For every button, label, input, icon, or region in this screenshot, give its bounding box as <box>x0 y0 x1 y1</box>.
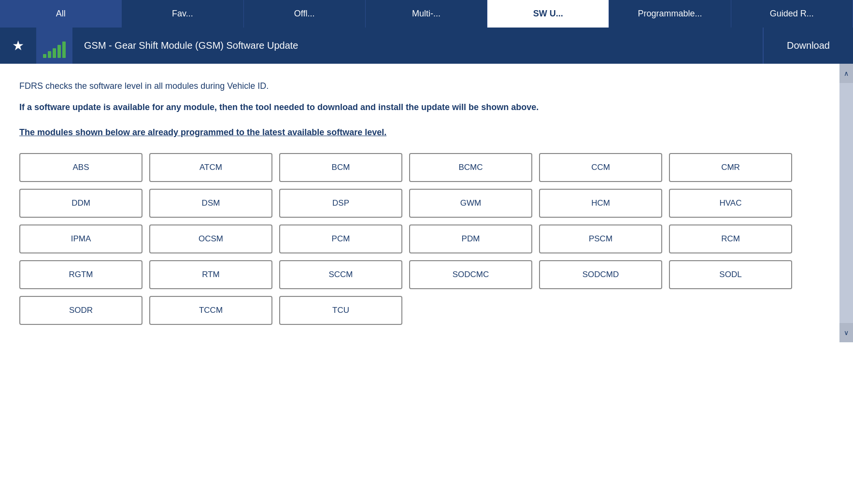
signal-bars-icon <box>43 41 66 58</box>
signal-bar <box>48 51 51 58</box>
header-row: ★ GSM - Gear Shift Module (GSM) Software… <box>0 28 853 64</box>
module-box-pscm[interactable]: PSCM <box>539 224 662 253</box>
scrollbar-track: ∧ ∨ <box>839 64 853 342</box>
content-area: FDRS checks the software level in all mo… <box>0 64 839 342</box>
module-box-sodr[interactable]: SODR <box>19 296 142 325</box>
module-box-atcm[interactable]: ATCM <box>149 153 272 182</box>
tab-programmable[interactable]: Programmable... <box>609 0 731 28</box>
download-button[interactable]: Download <box>763 28 853 64</box>
tab-guidedr[interactable]: Guided R... <box>731 0 853 28</box>
tab-multi[interactable]: Multi-... <box>366 0 487 28</box>
module-box-ccm[interactable]: CCM <box>539 153 662 182</box>
scroll-down-button[interactable]: ∨ <box>839 323 853 342</box>
module-box-bcmc[interactable]: BCMC <box>409 153 532 182</box>
tab-offl[interactable]: Offl... <box>244 0 366 28</box>
module-box-dsm[interactable]: DSM <box>149 189 272 218</box>
module-box-sodcmd[interactable]: SODCMD <box>539 260 662 289</box>
module-box-bcm[interactable]: BCM <box>279 153 402 182</box>
signal-bar <box>43 54 46 58</box>
module-box-sodl[interactable]: SODL <box>669 260 792 289</box>
star-icon: ★ <box>12 38 24 54</box>
module-box-hvac[interactable]: HVAC <box>669 189 792 218</box>
module-box-pcm[interactable]: PCM <box>279 224 402 253</box>
scroll-thumb <box>839 83 853 323</box>
signal-bar <box>57 45 61 58</box>
module-box-pdm[interactable]: PDM <box>409 224 532 253</box>
signal-bar <box>62 42 66 58</box>
tab-all[interactable]: All <box>0 0 122 28</box>
module-box-abs[interactable]: ABS <box>19 153 142 182</box>
signal-bar <box>53 48 56 58</box>
tabs-bar: AllFav...Offl...Multi-...SW U...Programm… <box>0 0 853 28</box>
header-title: GSM - Gear Shift Module (GSM) Software U… <box>72 40 763 51</box>
star-button[interactable]: ★ <box>0 28 36 64</box>
modules-grid: ABSATCMBCMBCMCCCMCMRDDMDSMDSPGWMHCMHVACI… <box>19 153 792 325</box>
module-box-dsp[interactable]: DSP <box>279 189 402 218</box>
tab-fav[interactable]: Fav... <box>122 0 243 28</box>
module-box-tcu[interactable]: TCU <box>279 296 402 325</box>
scroll-up-button[interactable]: ∧ <box>839 64 853 83</box>
module-box-rgtm[interactable]: RGTM <box>19 260 142 289</box>
module-box-hcm[interactable]: HCM <box>539 189 662 218</box>
module-box-ocsm[interactable]: OCSM <box>149 224 272 253</box>
module-box-ddm[interactable]: DDM <box>19 189 142 218</box>
module-box-sodcmc[interactable]: SODCMC <box>409 260 532 289</box>
module-box-cmr[interactable]: CMR <box>669 153 792 182</box>
module-box-gwm[interactable]: GWM <box>409 189 532 218</box>
module-box-rtm[interactable]: RTM <box>149 260 272 289</box>
desc-normal: FDRS checks the software level in all mo… <box>19 81 810 91</box>
desc-underline: The modules shown below are already prog… <box>19 127 810 138</box>
module-box-sccm[interactable]: SCCM <box>279 260 402 289</box>
module-box-tccm[interactable]: TCCM <box>149 296 272 325</box>
module-box-rcm[interactable]: RCM <box>669 224 792 253</box>
signal-button[interactable] <box>36 28 72 64</box>
module-box-ipma[interactable]: IPMA <box>19 224 142 253</box>
tab-swu[interactable]: SW U... <box>487 0 609 28</box>
desc-bold: If a software update is available for an… <box>19 101 810 114</box>
